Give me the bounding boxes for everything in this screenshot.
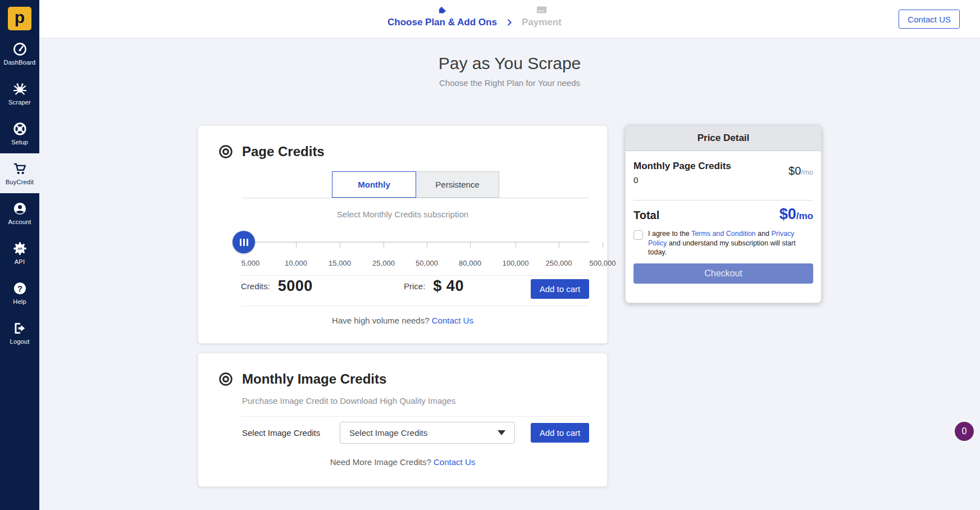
card-title: Page Credits <box>242 144 325 160</box>
slider-mark: 25,000 <box>361 259 406 267</box>
credits-label: Credits: <box>241 281 270 291</box>
target-icon <box>218 372 233 386</box>
page-subtitle: Choose the Right Plan for Your needs <box>39 78 980 88</box>
sidebar-item-buycredit[interactable]: BuyCredit <box>0 153 39 193</box>
cart-icon <box>12 161 28 176</box>
lifebuoy-icon <box>12 121 28 136</box>
sidebar-item-label: Help <box>13 298 26 305</box>
divider <box>241 306 589 306</box>
contact-us-link[interactable]: Contact Us <box>432 316 473 325</box>
terms-link[interactable]: Terms and Condition <box>691 230 756 238</box>
price-detail-title: Price Detail <box>626 126 821 151</box>
step-payment: Payment <box>522 4 562 28</box>
card-subtitle: Purchase Image Credit to Download High Q… <box>242 396 455 406</box>
step-label: Payment <box>522 17 562 28</box>
sidebar-item-scraper[interactable]: Scraper <box>0 74 39 113</box>
tab-monthly[interactable]: Monthly <box>332 171 416 198</box>
step-label: Choose Plan & Add Ons <box>388 17 497 28</box>
agreement-text: I agree to the Terms and Condition and P… <box>648 229 813 257</box>
app-logo[interactable]: p <box>8 7 31 30</box>
image-credits-select[interactable]: Select Image Credits <box>340 422 515 444</box>
slider-tick <box>516 242 516 248</box>
sidebar-item-help[interactable]: ? Help <box>0 273 39 313</box>
slider-tick <box>296 242 297 248</box>
divider <box>241 416 589 417</box>
slider-mark: 5,000 <box>228 259 273 267</box>
image-credits-card: Monthly Image Credits Purchase Image Cre… <box>198 353 608 487</box>
contact-us-button[interactable]: Contact US <box>899 10 960 29</box>
price-detail-panel: Price Detail Monthly Page Credits 0 $0/m… <box>625 125 822 303</box>
high-volume-text: Have high volume needs? <box>332 316 429 325</box>
sidebar-item-label: API <box>15 258 25 265</box>
line-item-period: /mo <box>801 168 813 176</box>
slider-mark: 100,000 <box>493 259 538 267</box>
target-icon <box>218 144 233 159</box>
price-value: $ 40 <box>433 277 464 295</box>
sidebar-item-label: BuyCredit <box>6 179 34 185</box>
divider <box>241 275 589 276</box>
sidebar-item-label: Account <box>8 218 31 225</box>
checkout-stepper: Choose Plan & Add Ons Payment <box>388 4 562 28</box>
checkout-button[interactable]: Checkout <box>633 263 813 284</box>
slider-mark: 500,000 <box>580 259 625 267</box>
add-to-cart-button[interactable]: Add to cart <box>531 423 589 443</box>
credits-slider-handle[interactable] <box>233 231 255 253</box>
more-image-credits-text: Need More Image Credits? <box>330 457 431 467</box>
question-icon: ? <box>12 281 28 296</box>
slider-mark: 50,000 <box>404 259 449 267</box>
slider-mark: 250,000 <box>536 259 581 267</box>
sidebar: p DashBoard Scraper <box>0 0 39 510</box>
credit-card-icon <box>536 4 548 15</box>
slider-tick <box>470 242 471 248</box>
sidebar-item-dashboard[interactable]: DashBoard <box>0 34 39 74</box>
total-amount: $0 <box>780 206 796 222</box>
line-item-amount: $0 <box>788 165 801 177</box>
gauge-icon <box>12 42 28 57</box>
slider-mark: 15,000 <box>317 259 362 267</box>
cart-count-badge[interactable]: 0 <box>955 422 974 441</box>
total-label: Total <box>633 209 659 222</box>
sidebar-item-api[interactable]: API API <box>0 233 39 273</box>
tab-persistence[interactable]: Persistence <box>416 171 499 198</box>
sidebar-item-label: DashBoard <box>4 59 36 66</box>
price-label: Price: <box>404 281 425 291</box>
card-title: Monthly Image Credits <box>242 371 386 387</box>
contact-us-link[interactable]: Contact Us <box>434 457 475 467</box>
svg-text:?: ? <box>17 284 22 293</box>
credits-value: 5000 <box>278 277 313 295</box>
main-content: Pay as You Scrape Choose the Right Plan … <box>39 38 980 510</box>
sidebar-item-account[interactable]: Account <box>0 193 39 233</box>
select-placeholder: Select Image Credits <box>349 428 498 438</box>
sidebar-item-label: Setup <box>11 139 28 145</box>
chevron-right-icon <box>505 18 514 27</box>
agree-checkbox[interactable] <box>633 230 643 240</box>
line-item-quantity: 0 <box>633 175 740 185</box>
gear-icon: API <box>12 241 28 256</box>
credits-slider-track[interactable] <box>242 242 589 243</box>
sidebar-item-logout[interactable]: Logout <box>0 313 39 353</box>
svg-text:API: API <box>17 247 22 251</box>
step-choose-plan[interactable]: Choose Plan & Add Ons <box>388 4 497 28</box>
slider-mark: 80,000 <box>448 259 493 267</box>
person-icon <box>12 201 28 216</box>
top-header: Choose Plan & Add Ons Payment Contact US <box>39 0 980 38</box>
select-image-credits-label: Select Image Credits <box>242 422 320 444</box>
sidebar-item-setup[interactable]: Setup <box>0 113 39 153</box>
slider-tick <box>340 242 340 248</box>
slider-tick <box>427 242 427 248</box>
divider <box>633 200 813 201</box>
caret-down-icon <box>498 430 505 435</box>
slider-mark: 10,000 <box>274 259 318 267</box>
add-to-cart-button[interactable]: Add to cart <box>531 279 589 299</box>
page-credits-card: Page Credits Monthly Persistence Select … <box>198 125 608 344</box>
sidebar-item-label: Scraper <box>8 99 31 106</box>
slider-tick <box>603 242 603 248</box>
slider-tick <box>559 242 559 248</box>
puzzle-icon <box>437 4 448 15</box>
slider-tick <box>384 242 384 248</box>
sidebar-item-label: Logout <box>10 338 30 345</box>
spider-icon <box>12 81 28 97</box>
logout-icon <box>12 321 28 336</box>
line-item-monthly-page-credits: Monthly Page Credits 0 $0/mo <box>633 160 813 185</box>
slider-caption: Select Monthly Credits subscription <box>198 210 607 219</box>
